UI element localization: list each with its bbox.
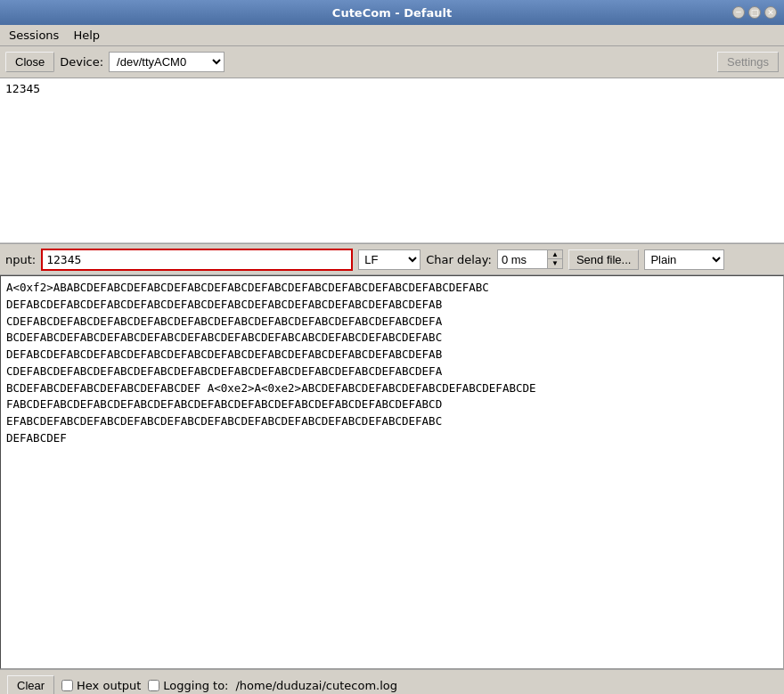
command-input[interactable]: [43, 250, 351, 269]
close-button[interactable]: ✕: [764, 6, 777, 19]
title-bar-buttons: ─ □ ✕: [732, 6, 777, 19]
input-label: nput:: [5, 253, 36, 266]
main-content: 12345 nput: LF CR CR+LF None Char delay:…: [0, 78, 784, 669]
bottom-bar: Clear Hex output Logging to: /home/duduz…: [0, 669, 784, 694]
device-label: Device:: [60, 55, 103, 69]
sessions-menu[interactable]: Sessions: [4, 27, 64, 44]
minimize-button[interactable]: ─: [732, 6, 745, 19]
input-field-wrapper: [41, 249, 353, 271]
device-select-container: /dev/ttyACM0: [109, 52, 225, 72]
char-delay-spinner: ▲ ▼: [497, 249, 563, 269]
top-output-area: 12345: [0, 78, 784, 243]
maximize-button[interactable]: □: [748, 6, 761, 19]
settings-button[interactable]: Settings: [717, 52, 779, 72]
serial-output-text: A<0xf2>ABABCDEFABCDEFABCDEFABCDEFABCDEFA…: [6, 281, 536, 445]
spinner-up-button[interactable]: ▲: [548, 250, 562, 259]
window-title: CuteCom - Default: [332, 6, 452, 20]
input-row: nput: LF CR CR+LF None Char delay: ▲ ▼ S…: [0, 243, 784, 275]
device-select[interactable]: /dev/ttyACM0: [109, 52, 225, 72]
title-bar: CuteCom - Default ─ □ ✕: [0, 0, 784, 25]
line-ending-select[interactable]: LF CR CR+LF None: [358, 249, 421, 270]
spinner-buttons: ▲ ▼: [547, 250, 562, 268]
hex-output-checkbox-label: Hex output: [61, 679, 141, 692]
logging-label: Logging to:: [163, 679, 228, 692]
serial-output-area: A<0xf2>ABABCDEFABCDEFABCDEFABCDEFABCDEFA…: [0, 275, 784, 669]
menu-bar: Sessions Help: [0, 25, 784, 46]
close-connection-button[interactable]: Close: [5, 52, 54, 72]
send-file-button[interactable]: Send file...: [568, 249, 639, 270]
top-output-text: 12345: [5, 82, 40, 95]
hex-output-label: Hex output: [77, 679, 141, 692]
log-path: /home/duduzai/cutecom.log: [235, 679, 397, 692]
char-delay-label: Char delay:: [426, 253, 492, 266]
clear-button[interactable]: Clear: [7, 675, 54, 694]
logging-checkbox[interactable]: [148, 680, 159, 691]
send-mode-select[interactable]: Plain Hex: [644, 249, 724, 270]
spinner-down-button[interactable]: ▼: [548, 259, 562, 268]
logging-checkbox-label: Logging to:: [148, 679, 228, 692]
hex-output-checkbox[interactable]: [61, 680, 73, 691]
char-delay-input[interactable]: [498, 251, 547, 268]
help-menu[interactable]: Help: [68, 27, 105, 44]
toolbar: Close Device: /dev/ttyACM0 Settings: [0, 46, 784, 78]
